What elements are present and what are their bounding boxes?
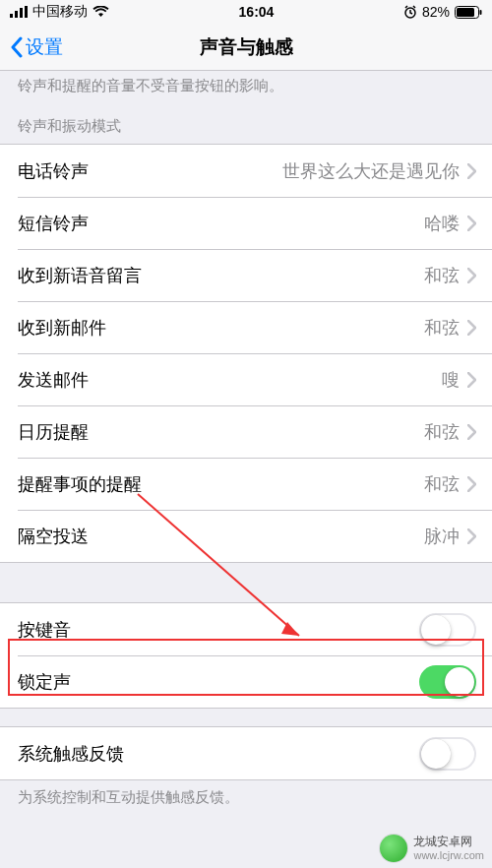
row-keyboard-clicks: 按键音 (0, 603, 492, 655)
chevron-right-icon (467, 528, 476, 544)
chevron-right-icon (467, 163, 476, 179)
keyboard-clicks-toggle[interactable] (419, 613, 476, 647)
row-label: 系统触感反馈 (18, 742, 124, 766)
row-label: 发送邮件 (18, 368, 89, 392)
volume-note: 铃声和提醒的音量不受音量按钮的影响。 (0, 71, 492, 109)
row-label: 收到新邮件 (18, 316, 106, 340)
chevron-right-icon (467, 424, 476, 440)
chevron-right-icon (467, 216, 476, 231)
svg-rect-1 (15, 11, 18, 18)
svg-rect-2 (20, 8, 23, 18)
watermark-logo (380, 835, 407, 862)
row-value: 哈喽 (424, 212, 460, 235)
svg-rect-7 (480, 10, 482, 15)
row-value: 世界这么大还是遇见你 (282, 159, 460, 183)
chevron-right-icon (467, 320, 476, 336)
svg-rect-0 (10, 14, 13, 18)
svg-rect-6 (457, 8, 474, 17)
signal-icon (10, 6, 28, 18)
row-calendar[interactable]: 日历提醒 和弦 (0, 405, 492, 458)
row-value: 脉冲 (424, 525, 460, 548)
battery-percent: 82% (422, 4, 450, 20)
row-text-tone[interactable]: 短信铃声 哈喽 (0, 197, 492, 249)
row-new-mail[interactable]: 收到新邮件 和弦 (0, 301, 492, 353)
row-value: 和弦 (424, 472, 460, 496)
row-sent-mail[interactable]: 发送邮件 嗖 (0, 353, 492, 405)
row-airdrop[interactable]: 隔空投送 脉冲 (0, 510, 492, 562)
row-voicemail[interactable]: 收到新语音留言 和弦 (0, 249, 492, 301)
row-label: 日历提醒 (18, 420, 89, 444)
haptics-note: 为系统控制和互动提供触感反馈。 (0, 780, 492, 815)
row-label: 电话铃声 (18, 159, 89, 183)
row-value: 和弦 (424, 264, 460, 287)
sounds-group: 电话铃声 世界这么大还是遇见你 短信铃声 哈喽 收到新语音留言 和弦 收到新邮件… (0, 144, 492, 563)
row-label: 短信铃声 (18, 212, 89, 235)
watermark: 龙城安卓网 www.lcjrw.com (380, 835, 484, 862)
svg-rect-3 (25, 6, 28, 18)
row-lock-sound: 锁定声 (0, 655, 492, 708)
row-label: 收到新语音留言 (18, 264, 142, 287)
row-label: 提醒事项的提醒 (18, 472, 142, 496)
nav-bar: 设置 声音与触感 (0, 24, 492, 71)
battery-icon (455, 6, 482, 19)
haptics-group: 系统触感反馈 (0, 726, 492, 780)
watermark-url: www.lcjrw.com (413, 849, 484, 861)
row-ringtone[interactable]: 电话铃声 世界这么大还是遇见你 (0, 145, 492, 197)
row-value: 和弦 (424, 420, 460, 444)
chevron-right-icon (467, 372, 476, 388)
row-system-haptics: 系统触感反馈 (0, 727, 492, 779)
carrier-label: 中国移动 (32, 3, 88, 21)
system-haptics-toggle[interactable] (419, 737, 476, 771)
section-header-ringer: 铃声和振动模式 (0, 109, 492, 144)
status-bar: 中国移动 16:04 82% (0, 0, 492, 24)
row-label: 按键音 (18, 618, 71, 642)
clock: 16:04 (239, 4, 275, 20)
clicks-group: 按键音 锁定声 (0, 602, 492, 709)
row-reminder[interactable]: 提醒事项的提醒 和弦 (0, 458, 492, 510)
alarm-icon (403, 5, 417, 19)
lock-sound-toggle[interactable] (419, 665, 476, 699)
row-value: 和弦 (424, 316, 460, 340)
chevron-left-icon (10, 36, 24, 58)
back-button[interactable]: 设置 (10, 34, 63, 60)
row-value: 嗖 (442, 368, 460, 392)
chevron-right-icon (467, 268, 476, 283)
chevron-right-icon (467, 476, 476, 492)
row-label: 锁定声 (18, 670, 71, 694)
watermark-name: 龙城安卓网 (413, 836, 484, 848)
page-title: 声音与触感 (0, 34, 492, 60)
row-label: 隔空投送 (18, 525, 89, 548)
wifi-icon (92, 6, 109, 18)
back-label: 设置 (26, 34, 63, 60)
